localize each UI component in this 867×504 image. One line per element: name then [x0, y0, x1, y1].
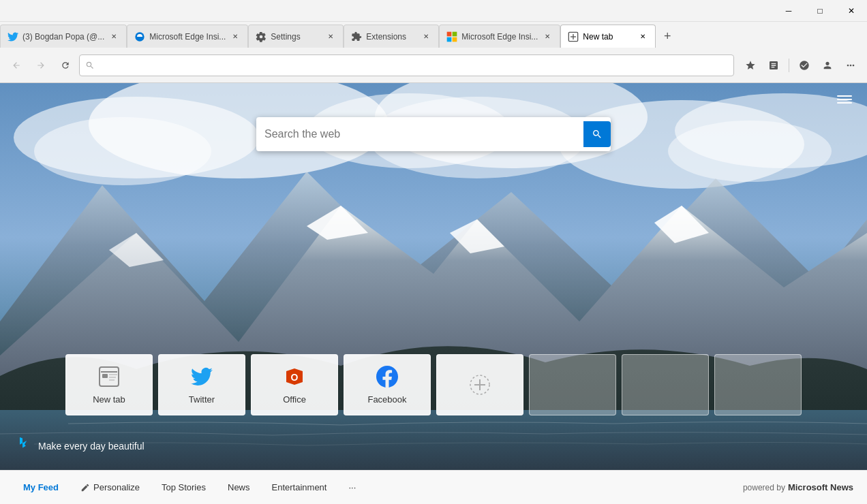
bing-tagline: Make every day beautiful — [38, 441, 144, 452]
favorites-button[interactable] — [740, 54, 761, 76]
bottom-nav: My Feed Personalize Top Stories News Ent… — [14, 477, 743, 498]
bing-logo — [16, 436, 33, 456]
minimize-button[interactable]: ─ — [773, 0, 804, 22]
title-bar: ─ □ ✕ — [0, 0, 867, 22]
tab-edge2-title: Microsoft Edge Insi... — [461, 32, 538, 42]
tab-edge-insider2[interactable]: Microsoft Edge Insi... ✕ — [439, 25, 560, 48]
tab-settings-title: Settings — [271, 32, 321, 42]
address-actions — [740, 54, 862, 76]
dial-office[interactable]: O Office — [251, 354, 338, 415]
tab-settings-close[interactable]: ✕ — [325, 31, 336, 42]
reading-view-button[interactable] — [763, 54, 785, 76]
bottom-bar: My Feed Personalize Top Stories News Ent… — [0, 470, 867, 504]
nav-news-label: News — [228, 482, 250, 492]
new-tab-button[interactable]: + — [656, 25, 679, 48]
back-button[interactable] — [5, 54, 27, 76]
dial-facebook-label: Facebook — [367, 394, 406, 405]
tab-edge-close[interactable]: ✕ — [230, 31, 241, 42]
tab-extensions-title: Extensions — [366, 32, 416, 42]
page-settings-button[interactable] — [833, 91, 856, 108]
speed-dial: New tab Twitter O Office Facebook — [65, 354, 802, 415]
nav-entertainment[interactable]: Entertainment — [262, 477, 337, 498]
tab-twitter-close[interactable]: ✕ — [108, 31, 119, 42]
dial-add[interactable] — [436, 354, 523, 415]
dial-twitter[interactable]: Twitter — [158, 354, 245, 415]
tab-new-title: New tab — [583, 32, 633, 42]
svg-rect-27 — [102, 374, 108, 378]
page-search-input[interactable] — [264, 128, 578, 140]
tab-edge2-close[interactable]: ✕ — [542, 31, 553, 42]
dial-empty-2[interactable] — [622, 354, 709, 415]
bing-brand: Make every day beautiful — [16, 436, 144, 456]
edge-favicon-icon — [134, 31, 145, 42]
maximize-button[interactable]: □ — [804, 0, 836, 22]
svg-rect-4 — [453, 37, 457, 42]
tab-new-tab[interactable]: New tab ✕ — [560, 25, 656, 48]
page-search-button[interactable] — [583, 121, 611, 147]
ms-favicon-icon — [446, 31, 457, 42]
address-input-wrap[interactable] — [79, 54, 734, 76]
tab-edge-insider[interactable]: Microsoft Edge Insi... ✕ — [127, 25, 248, 48]
tab-extensions-close[interactable]: ✕ — [421, 31, 431, 42]
more-button[interactable] — [840, 54, 862, 76]
page-search-inner — [256, 117, 611, 151]
nav-top-stories-label: Top Stories — [162, 482, 206, 492]
settings-favicon-icon — [256, 31, 267, 42]
newtab-favicon-icon — [568, 31, 579, 42]
ms-news-logo: Microsoft News — [788, 482, 853, 492]
nav-news[interactable]: News — [218, 477, 260, 498]
tab-new-close[interactable]: ✕ — [637, 31, 648, 42]
nav-more[interactable]: ··· — [339, 477, 365, 498]
svg-point-17 — [668, 121, 832, 182]
dial-new-tab-label: New tab — [93, 394, 125, 405]
dial-empty-3[interactable] — [714, 354, 802, 415]
dial-add-icon — [469, 374, 491, 396]
dial-facebook[interactable]: Facebook — [344, 354, 431, 415]
bottom-powered: powered by Microsoft News — [743, 482, 853, 492]
refresh-button[interactable] — [55, 54, 76, 76]
search-small-icon — [85, 61, 95, 70]
dial-empty-1[interactable] — [529, 354, 616, 415]
nav-entertainment-label: Entertainment — [272, 482, 327, 492]
tab-edge-title: Microsoft Edge Insi... — [149, 32, 226, 42]
svg-rect-29 — [109, 377, 116, 378]
tab-twitter-title: (3) Bogdan Popa (@... — [22, 32, 104, 42]
hamburger-line3 — [837, 102, 852, 104]
tabs-bar: (3) Bogdan Popa (@... ✕ Microsoft Edge I… — [0, 22, 867, 48]
tab-settings[interactable]: Settings ✕ — [248, 25, 344, 48]
nav-personalize-label: Personalize — [93, 482, 140, 492]
svg-rect-1 — [447, 31, 452, 36]
powered-by-text: powered by — [743, 483, 785, 492]
extensions-favicon-icon — [351, 31, 362, 42]
twitter-favicon-icon — [7, 31, 18, 42]
address-input[interactable] — [99, 60, 728, 71]
svg-rect-26 — [101, 371, 117, 373]
svg-point-11 — [34, 117, 211, 185]
close-button[interactable]: ✕ — [836, 0, 867, 22]
svg-rect-3 — [447, 37, 452, 42]
nav-my-feed[interactable]: My Feed — [14, 477, 68, 498]
nav-more-label: ··· — [348, 482, 356, 492]
dial-newtab-icon — [98, 366, 120, 388]
title-bar-controls: ─ □ ✕ — [773, 0, 867, 22]
divider — [789, 59, 789, 72]
svg-rect-28 — [109, 374, 117, 375]
tab-twitter[interactable]: (3) Bogdan Popa (@... ✕ — [0, 25, 127, 48]
dial-new-tab[interactable]: New tab — [65, 354, 153, 415]
main-content: New tab Twitter O Office Facebook — [0, 83, 867, 470]
profile-button[interactable] — [817, 54, 838, 76]
address-bar — [0, 48, 867, 83]
tab-extensions[interactable]: Extensions ✕ — [344, 25, 439, 48]
dial-office-label: Office — [283, 394, 306, 405]
dial-twitter-icon — [191, 366, 213, 388]
page-search — [256, 117, 611, 151]
pencil-icon — [80, 483, 90, 492]
svg-rect-2 — [453, 31, 457, 36]
hub-button[interactable] — [793, 54, 815, 76]
hamburger-line1 — [837, 95, 852, 97]
hamburger-line2 — [837, 99, 852, 100]
nav-personalize[interactable]: Personalize — [71, 477, 149, 498]
svg-text:O: O — [291, 372, 299, 383]
forward-button[interactable] — [30, 54, 52, 76]
nav-top-stories[interactable]: Top Stories — [152, 477, 215, 498]
